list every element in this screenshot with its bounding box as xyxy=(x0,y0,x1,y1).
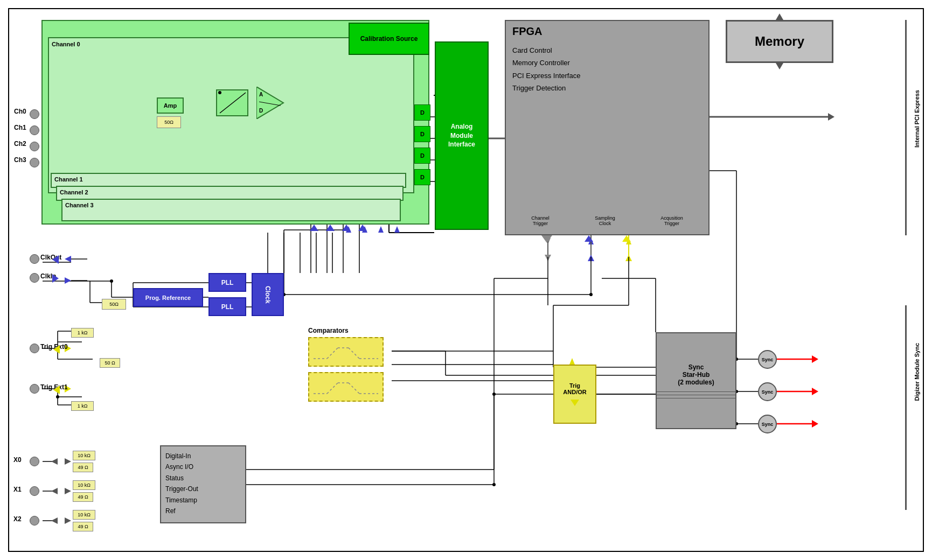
clkin-arrow xyxy=(52,274,59,284)
analog-module-label: AnalogModuleInterface xyxy=(448,122,475,149)
calibration-label: Calibration Source xyxy=(360,35,418,43)
ch1-label: Ch1 xyxy=(14,124,26,131)
amp-block: Amp xyxy=(157,97,184,114)
r50-trig0: 50 Ω xyxy=(100,358,120,368)
sync-btn-2-label: Sync xyxy=(762,389,774,395)
fifty-ohm-clkin: 50Ω xyxy=(102,299,126,310)
svg-line-169 xyxy=(327,348,338,359)
svg-marker-121 xyxy=(65,458,71,465)
ch0-label: Ch0 xyxy=(14,108,26,115)
pll1-block: PLL xyxy=(208,273,246,292)
trig-label: Trig xyxy=(569,382,580,389)
ch1-circle xyxy=(30,125,39,135)
svg-marker-116 xyxy=(65,277,71,284)
r10k-x2: 10 kΩ xyxy=(73,510,95,520)
ch0-circle xyxy=(30,109,39,119)
digital-line-3: Status xyxy=(165,473,241,484)
fpga-title: FPGA xyxy=(506,21,708,40)
pci-express-label: Internal PCI Express xyxy=(914,90,920,148)
svg-marker-42 xyxy=(812,388,818,395)
comparators-label: Comparators xyxy=(308,327,384,334)
d-box-1: D xyxy=(414,104,430,121)
clock-arrow-2 xyxy=(326,225,335,231)
trig-andor-block: Trig AND/OR xyxy=(553,365,596,424)
svg-marker-56 xyxy=(588,255,594,261)
svg-line-171 xyxy=(349,348,359,359)
fpga-down-arrow xyxy=(541,235,552,243)
clock-arrow-3 xyxy=(342,225,351,231)
digital-line-2: Async I/O xyxy=(165,461,241,472)
digital-line-4: Trigger-Out xyxy=(165,484,241,494)
comparator-2 xyxy=(308,372,384,402)
r49-x0: 49 Ω xyxy=(73,463,93,472)
svg-marker-125 xyxy=(65,517,71,524)
clock-arrow-4 xyxy=(358,225,367,231)
memory-label: Memory xyxy=(755,34,804,49)
acquisition-trigger-label: AcqusitionTrigger xyxy=(660,215,683,226)
svg-marker-120 xyxy=(51,458,58,465)
svg-marker-58 xyxy=(625,255,632,261)
x1-circle xyxy=(30,486,39,496)
sync-button-3[interactable]: Sync xyxy=(758,415,777,433)
svg-line-162 xyxy=(220,93,246,113)
svg-marker-8 xyxy=(378,226,384,233)
channel0-label: Channel 0 xyxy=(52,41,80,47)
svg-point-163 xyxy=(218,91,221,94)
sync-btn-3-label: Sync xyxy=(762,422,774,427)
fpga-line-1: Card Control xyxy=(512,44,702,57)
ch2-label: Ch2 xyxy=(14,140,26,148)
fpga-line-3: PCI Express Interface xyxy=(512,69,702,82)
x1-label: X1 xyxy=(13,486,22,493)
clkout-arrow xyxy=(52,255,59,265)
svg-line-174 xyxy=(327,383,338,394)
ch2-circle xyxy=(30,142,39,151)
r49-x2: 49 Ω xyxy=(73,522,93,531)
x2-label: X2 xyxy=(13,515,22,523)
svg-marker-9 xyxy=(394,226,400,233)
svg-marker-124 xyxy=(51,517,58,524)
sync-button-2[interactable]: Sync xyxy=(758,382,777,401)
clock-block: Clock xyxy=(252,273,284,316)
svg-text:D: D xyxy=(259,108,263,114)
svg-point-94 xyxy=(56,395,59,398)
svg-text:A: A xyxy=(259,92,263,97)
x0-circle xyxy=(30,457,39,466)
channel3-label: Channel 3 xyxy=(61,199,401,221)
pci-border-right xyxy=(905,20,907,235)
trig-ext0-circle xyxy=(30,344,39,353)
digital-in-block: Digital-In Async I/O Status Trigger-Out … xyxy=(160,445,246,523)
d-box-3: D xyxy=(414,148,430,164)
svg-marker-47 xyxy=(828,113,834,121)
svg-marker-123 xyxy=(65,488,71,494)
channel-trigger-label: ChannelTrigger xyxy=(531,215,550,226)
svg-marker-122 xyxy=(51,488,58,494)
fpga-bottom-labels: ChannelTrigger SamplingClock AcqusitionT… xyxy=(509,215,706,226)
comparators-section: Comparators xyxy=(308,327,384,407)
d-box-2: D xyxy=(414,126,430,142)
pll2-block: PLL xyxy=(208,297,246,316)
d-box-4: D xyxy=(414,169,430,185)
channel0-block: Channel 0 Amp 50Ω A xyxy=(48,37,414,193)
sync-button-1[interactable]: Sync xyxy=(758,350,777,369)
comparator-1 xyxy=(308,337,384,367)
clock-label: Clock xyxy=(264,286,272,304)
svg-marker-49 xyxy=(776,63,783,69)
svg-marker-40 xyxy=(812,355,818,363)
svg-marker-114 xyxy=(65,256,71,262)
r1k-trig0: 1 kΩ xyxy=(71,328,94,338)
digital-line-1: Digital-In xyxy=(165,451,241,461)
ch3-circle xyxy=(30,158,39,167)
trig-ext0-arrow xyxy=(53,345,60,354)
memory-block: Memory xyxy=(726,20,833,63)
fpga-block: FPGA Card Control Memory Controller PCI … xyxy=(505,20,710,235)
sync-starhub-block: Sync Star-Hub (2 modules) xyxy=(656,332,736,429)
trig-andor-label: AND/OR xyxy=(563,389,586,395)
clock-arrow-1 xyxy=(310,225,318,231)
r1k-trig1: 1 kΩ xyxy=(71,401,94,411)
svg-marker-54 xyxy=(545,255,551,261)
ch3-label: Ch3 xyxy=(14,156,26,164)
trig-ext1-arrow xyxy=(53,386,60,394)
trig-ext1-circle xyxy=(30,384,39,394)
pll2-label: PLL xyxy=(221,303,234,311)
fpga-line-4: Trigger Detection xyxy=(512,82,702,94)
